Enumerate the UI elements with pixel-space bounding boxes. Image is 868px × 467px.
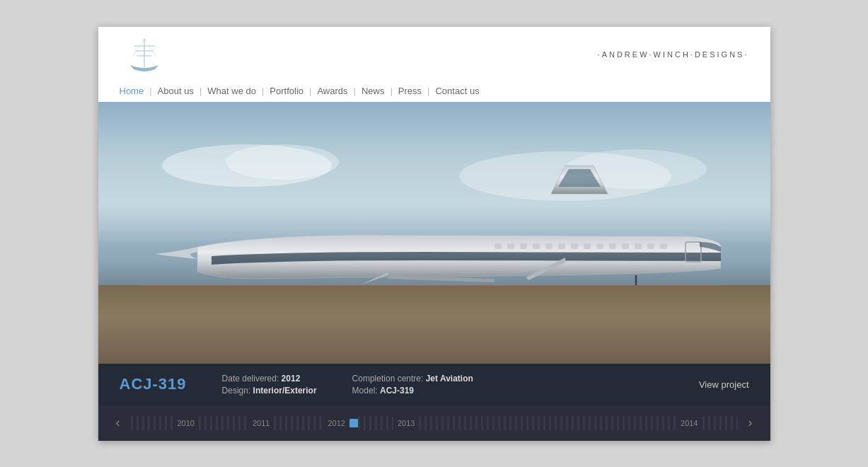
nav-press[interactable]: Press [394, 86, 426, 96]
logo-icon [120, 35, 169, 74]
timeline-hatch-pre2010 [131, 416, 173, 430]
svg-rect-17 [558, 243, 565, 249]
svg-line-5 [144, 39, 156, 57]
date-delivered: Date delivered: 2012 [222, 374, 317, 384]
view-project-link[interactable]: View project [699, 379, 749, 390]
site-header: ·ANDREW·WINCH·DESIGNS· Home | About us |… [98, 27, 770, 102]
svg-rect-19 [584, 243, 591, 249]
timeline-year-2011[interactable]: 2011 [248, 419, 274, 427]
timeline-year-2012[interactable]: 2012 [323, 419, 349, 427]
timeline-hatch-2012 [358, 416, 393, 430]
timeline-hatch-2013 [419, 416, 676, 430]
svg-rect-14 [520, 243, 527, 249]
svg-rect-18 [571, 243, 578, 249]
brand-name: ·ANDREW·WINCH·DESIGNS· [598, 50, 749, 59]
svg-rect-20 [596, 243, 603, 249]
svg-point-9 [226, 144, 339, 180]
timeline-prev-arrow[interactable]: ‹ [112, 415, 124, 430]
nav-portfolio[interactable]: Portfolio [265, 86, 308, 96]
logo-area [120, 35, 169, 74]
svg-rect-15 [533, 243, 540, 249]
timeline-hatch-2011 [274, 416, 323, 430]
svg-rect-22 [622, 243, 629, 249]
timeline-active-marker [349, 419, 358, 427]
timeline-year-2010[interactable]: 2010 [173, 419, 199, 427]
timeline-hatch-2014 [702, 416, 738, 430]
nav-contact[interactable]: Contact us [431, 86, 483, 96]
completion-centre: Completion centre: Jet Aviation [352, 374, 473, 384]
hero-section [98, 102, 770, 364]
timeline-year-2014[interactable]: 2014 [676, 419, 702, 427]
svg-rect-21 [609, 243, 616, 249]
svg-rect-16 [545, 243, 552, 249]
timeline-hatch-2010 [199, 416, 248, 430]
main-nav: Home | About us | What we do | Portfolio… [120, 81, 749, 102]
timeline-year-2013[interactable]: 2013 [393, 419, 419, 427]
timeline-next-arrow[interactable]: › [745, 415, 756, 430]
nav-news[interactable]: News [357, 86, 389, 96]
model-info: Model: ACJ-319 [352, 386, 473, 396]
svg-rect-25 [660, 243, 667, 249]
nav-what-we-do[interactable]: What we do [203, 86, 260, 96]
nav-about[interactable]: About us [154, 86, 198, 96]
nav-home[interactable]: Home [120, 86, 149, 96]
project-details-left: Date delivered: 2012 Design: Interior/Ex… [222, 374, 317, 396]
browser-window: ·ANDREW·WINCH·DESIGNS· Home | About us |… [98, 27, 770, 441]
timeline-section: ‹ 2010 2011 2012 2013 2014 › [98, 405, 770, 441]
project-title: ACJ-319 [120, 375, 187, 393]
svg-rect-23 [635, 243, 642, 249]
design-info: Design: Interior/Exterior [222, 386, 317, 396]
info-left: ACJ-319 Date delivered: 2012 Design: Int… [120, 374, 473, 396]
project-details-right: Completion centre: Jet Aviation Model: A… [352, 374, 473, 396]
svg-line-4 [132, 39, 144, 57]
ground-overlay [98, 285, 770, 364]
svg-rect-13 [507, 243, 514, 249]
timeline-track: 2010 2011 2012 2013 2014 [131, 416, 738, 430]
svg-rect-12 [494, 243, 502, 249]
svg-rect-24 [647, 243, 654, 249]
project-info-bar: ACJ-319 Date delivered: 2012 Design: Int… [98, 364, 770, 405]
header-top: ·ANDREW·WINCH·DESIGNS· [120, 35, 749, 81]
nav-awards[interactable]: Awards [313, 86, 352, 96]
